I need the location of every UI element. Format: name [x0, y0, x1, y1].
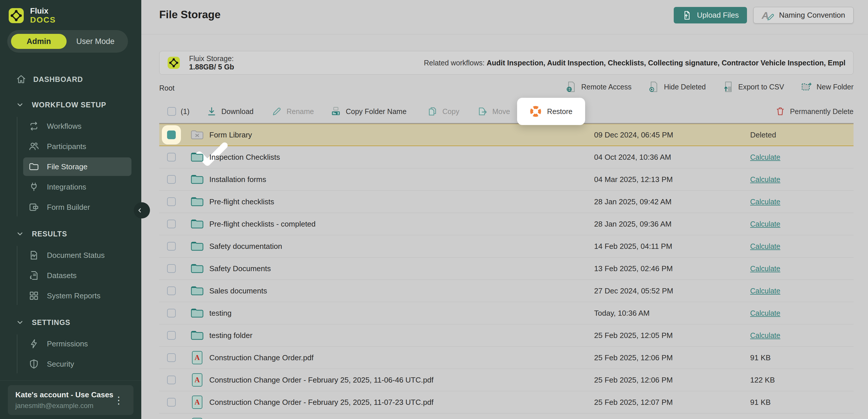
folder-icon [190, 240, 204, 252]
row-date: Today, 10:36 AM [594, 309, 650, 318]
file-table: A Form Library 09 Dec 2024, 06:45 PM Del… [159, 124, 854, 419]
calculate-link[interactable]: Calculate [750, 175, 780, 184]
row-name[interactable]: Construction Change Order - February 25,… [209, 398, 433, 407]
sidebar-item-file-storage[interactable]: File Storage [23, 157, 131, 176]
breadcrumb[interactable]: Root [159, 84, 175, 92]
section-results[interactable]: RESULTS [0, 226, 141, 241]
row-name[interactable]: testing folder [209, 331, 252, 340]
row-name[interactable]: testing [209, 309, 231, 318]
sidebar-item-form-builder[interactable]: Form Builder [23, 198, 131, 217]
calculate-link[interactable]: Calculate [750, 264, 780, 273]
mode-toggle[interactable]: Admin User Mode [7, 30, 128, 53]
storage-usage: Fluix Storage: 1.88GB/ 5 Gb [189, 55, 262, 71]
section-workflow-setup[interactable]: WORKFLOW SETUP [0, 97, 141, 112]
rename-button[interactable]: Rename [272, 106, 314, 117]
document-export-icon [723, 81, 734, 93]
row-checkbox[interactable] [167, 175, 176, 184]
table-row[interactable]: A Inspection Checklists 04 Oct 2024, 10:… [159, 146, 854, 168]
calculate-link[interactable]: Calculate [750, 153, 780, 161]
row-name[interactable]: Pre-flight checklists - completed [209, 220, 316, 229]
calculate-link[interactable]: Calculate [750, 242, 780, 251]
row-date: 25 Feb 2025, 12:06 PM [594, 353, 673, 362]
row-date: 28 Jan 2025, 09:42 AM [594, 197, 672, 206]
row-name[interactable]: Sales documents [209, 287, 267, 295]
user-mode-button[interactable]: User Mode [67, 37, 124, 46]
new-folder-button[interactable]: New Folder [801, 81, 854, 93]
sidebar-item-permissions[interactable]: Permissions [23, 334, 131, 353]
table-row[interactable]: A Construction Change Order.pdf 25 Feb 2… [159, 347, 854, 369]
row-checkbox[interactable] [167, 130, 176, 139]
table-row[interactable]: A Pre-flight checklists - completed 28 J… [159, 213, 854, 235]
datasets-icon [28, 270, 39, 281]
admin-mode-button[interactable]: Admin [11, 34, 67, 49]
row-checkbox[interactable] [167, 331, 176, 340]
sidebar-item-security[interactable]: Security [23, 355, 131, 373]
download-button[interactable]: Download [207, 106, 254, 117]
row-date: 13 Feb 2025, 02:46 PM [594, 264, 673, 273]
table-row[interactable]: A Installation forms 04 Mar 2025, 12:13 … [159, 168, 854, 191]
hide-deleted-button[interactable]: Hide Deleted [648, 81, 706, 93]
row-name[interactable]: Construction Change Order - February 25,… [209, 376, 433, 385]
copy-folder-name-button[interactable]: Copy Folder Name [331, 106, 406, 117]
export-to-csv-button[interactable]: Export to CSV [723, 81, 784, 93]
sidebar-item-datasets[interactable]: Datasets [23, 266, 131, 285]
chevron-down-icon [16, 230, 24, 237]
account-card[interactable]: Kate's account - Use Cases janesmith@exa… [8, 385, 133, 415]
upload-files-button[interactable]: Upload Files [674, 7, 747, 24]
sidebar-item-workflows[interactable]: Workflows [23, 117, 131, 135]
checkbox-highlight [162, 326, 181, 345]
row-name[interactable]: Installation forms [209, 175, 267, 184]
account-name: Kate's account - Use Cases [16, 390, 126, 399]
table-row[interactable]: A Construction Change Order - February 2… [159, 369, 854, 391]
calculate-link[interactable]: Calculate [750, 331, 780, 340]
sidebar-item-system-reports[interactable]: System Reports [23, 287, 131, 305]
home-icon [16, 74, 26, 85]
folder-icon [190, 173, 204, 185]
section-settings[interactable]: SETTINGS [0, 315, 141, 330]
row-name[interactable]: Safety Documents [209, 264, 271, 273]
row-checkbox[interactable] [167, 398, 176, 407]
table-row[interactable]: A Safety Documents 13 Feb 2025, 02:46 PM… [159, 258, 854, 280]
sidebar-item-dashboard[interactable]: DASHBOARD [0, 71, 141, 87]
copy-button[interactable]: Copy [427, 106, 459, 117]
permanently-delete-button[interactable]: Permanently Delete [775, 106, 854, 117]
brand[interactable]: Fluix DOCS [0, 0, 141, 25]
table-row[interactable]: A Sales documents 27 Dec 2024, 05:52 PM … [159, 280, 854, 302]
row-name[interactable]: Construction Change Order.pdf [209, 353, 314, 362]
row-checkbox[interactable] [167, 153, 176, 161]
account-menu-icon[interactable]: ⋮ [114, 394, 124, 406]
naming-convention-button[interactable]: A Naming Convention [753, 7, 854, 24]
table-row[interactable]: A testing folder 25 Feb 2025, 12:05 PM C… [159, 324, 854, 347]
calculate-link[interactable]: Calculate [750, 287, 780, 295]
table-row[interactable]: A Pre-flight checklists 28 Jan 2025, 09:… [159, 191, 854, 213]
table-row[interactable]: A testing Today, 10:36 AM Calculate [159, 302, 854, 324]
row-checkbox[interactable] [167, 220, 176, 228]
move-button[interactable]: Move [477, 106, 510, 117]
row-checkbox[interactable] [167, 264, 176, 273]
checkbox-highlight [162, 370, 181, 389]
table-row[interactable]: A Safety documentation 14 Feb 2025, 04:1… [159, 235, 854, 258]
row-name[interactable]: Pre-flight checklists [209, 197, 274, 206]
remote-access-button[interactable]: Remote Access [566, 81, 632, 93]
sidebar-item-document-status[interactable]: Document Status [23, 246, 131, 264]
calculate-link[interactable]: Calculate [750, 309, 780, 317]
calculate-link[interactable]: Calculate [750, 198, 780, 206]
row-checkbox[interactable] [167, 353, 176, 362]
row-checkbox[interactable] [167, 197, 176, 206]
table-row[interactable]: A [159, 414, 854, 419]
row-checkbox[interactable] [167, 309, 176, 317]
restore-button[interactable]: Restore [517, 98, 585, 125]
calculate-link[interactable]: Calculate [750, 220, 780, 228]
sidebar-collapse-button[interactable] [134, 202, 150, 219]
row-checkbox[interactable] [167, 376, 176, 384]
table-row[interactable]: A Form Library 09 Dec 2024, 06:45 PM Del… [159, 124, 854, 146]
table-row[interactable]: A Construction Change Order - February 2… [159, 391, 854, 414]
row-name[interactable]: Inspection Checklists [209, 153, 280, 162]
select-all-checkbox[interactable] [167, 107, 176, 116]
sidebar-item-participants[interactable]: Participants [23, 137, 131, 156]
row-checkbox[interactable] [167, 287, 176, 295]
row-name[interactable]: Safety documentation [209, 242, 282, 251]
sidebar-item-integrations[interactable]: Integrations [23, 178, 131, 196]
row-checkbox[interactable] [167, 242, 176, 251]
row-date: 25 Feb 2025, 12:07 PM [594, 398, 673, 407]
